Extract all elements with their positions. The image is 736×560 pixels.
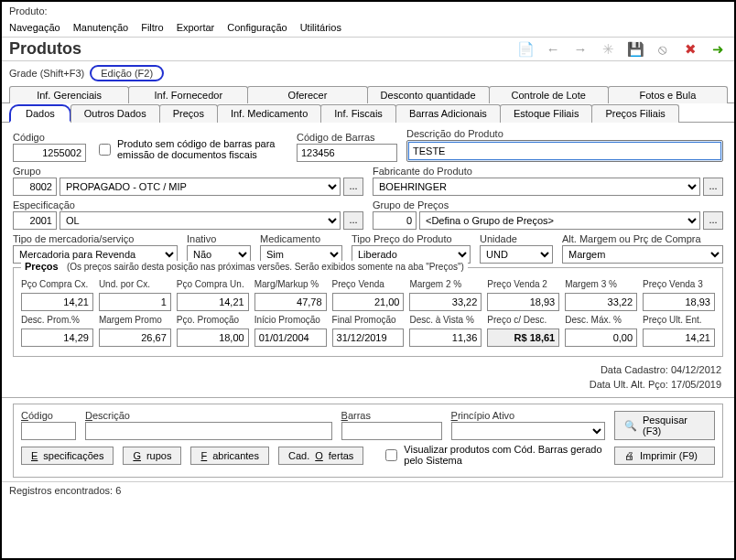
tab-inf-medicamento[interactable]: Inf. Medicamento	[217, 104, 321, 123]
fabricante-select[interactable]: BOEHRINGER	[373, 178, 700, 196]
price-input[interactable]	[409, 328, 482, 347]
pesquisar-button[interactable]: 🔍 Pesquisar (F3)	[614, 411, 715, 440]
grupo-precos-label: Grupo de Preços	[373, 199, 723, 210]
especificacao-code-input[interactable]	[13, 211, 57, 230]
delete-icon[interactable]: ✖	[681, 40, 699, 59]
cod-barras-input[interactable]	[297, 144, 397, 162]
save-icon[interactable]: 💾	[626, 40, 644, 59]
especificacao-lookup-button[interactable]: ...	[343, 211, 363, 230]
menu-navegacao[interactable]: Navegação	[9, 22, 60, 33]
price-input[interactable]	[487, 293, 559, 311]
price-input[interactable]	[643, 328, 715, 347]
grupo-label: Grupo	[13, 166, 363, 177]
cad-ofertas-button[interactable]: Cad. Ofertas	[278, 447, 363, 465]
price-label: Desc. à Vista %	[409, 315, 482, 325]
especificacoes-button[interactable]: Especificações	[21, 447, 114, 465]
alt-margem-select[interactable]: Margem	[562, 245, 723, 264]
tab-fotos-bula[interactable]: Fotos e Bula	[608, 86, 728, 103]
price-input[interactable]	[254, 328, 327, 347]
price-label: Preço c/ Desc.	[487, 315, 559, 325]
search-barras-input[interactable]	[341, 422, 442, 440]
fabricante-lookup-button[interactable]: ...	[703, 178, 723, 196]
page-title: Produtos	[9, 39, 81, 59]
price-input[interactable]	[99, 293, 171, 311]
fabricantes-button[interactable]: Fabricantes	[190, 447, 269, 465]
price-input[interactable]	[99, 328, 171, 347]
price-label: Pço Compra Cx.	[21, 279, 93, 289]
price-input[interactable]	[177, 293, 249, 311]
price-input[interactable]	[254, 293, 327, 311]
unidade-select[interactable]: UND	[480, 245, 553, 264]
price-input[interactable]	[487, 328, 559, 347]
search-principio-select[interactable]	[451, 422, 605, 440]
medicamento-label: Medicamento	[260, 233, 342, 244]
print-icon: 🖨	[624, 450, 634, 461]
search-codigo-input[interactable]	[21, 422, 76, 440]
tab-controle-lote[interactable]: Controle de Lote	[489, 86, 609, 103]
especificacao-label: Especificação	[13, 199, 363, 210]
menu-configuracao[interactable]: Configuração	[227, 22, 287, 33]
unidade-label: Unidade	[480, 233, 553, 244]
price-label: Preço Ult. Ent.	[643, 315, 715, 325]
tab-dados[interactable]: Dados	[9, 104, 71, 123]
price-label: Desc. Prom.%	[21, 315, 93, 325]
price-input[interactable]	[21, 328, 93, 347]
especificacao-select[interactable]: OL	[60, 211, 341, 230]
tab-desconto-quantidade[interactable]: Desconto quantidade	[367, 86, 490, 103]
tab-barras-adicionais[interactable]: Barras Adicionais	[395, 104, 501, 123]
tab-estoque-filiais[interactable]: Estoque Filiais	[500, 104, 593, 123]
status-bar: Registros encontrados: 6	[2, 481, 734, 499]
inativo-label: Inativo	[187, 233, 251, 244]
price-input[interactable]	[565, 328, 637, 347]
cod-barras-label: Código de Barras	[297, 132, 397, 143]
visualizar-checkbox[interactable]	[385, 449, 397, 461]
tab-inf-fiscais[interactable]: Inf. Fiscais	[320, 104, 396, 123]
grupo-code-input[interactable]	[13, 178, 57, 196]
descricao-input[interactable]	[408, 142, 721, 160]
visualizar-label: Visualizar produtos com Cód. Barras gera…	[404, 444, 605, 466]
menu-manutencao[interactable]: Manutenção	[73, 22, 129, 33]
sem-barras-label: Produto sem código de barras para emissã…	[117, 138, 287, 160]
tab-precos-filiais[interactable]: Preços Filiais	[591, 104, 678, 123]
price-label: Margem Promo	[99, 315, 171, 325]
grupo-select[interactable]: PROPAGADO - OTC / MIP	[60, 178, 341, 196]
block-icon[interactable]: ⦸	[654, 40, 672, 59]
search-descricao-input[interactable]	[85, 422, 332, 440]
search-codigo-label: Código	[21, 410, 76, 421]
grupo-precos-select[interactable]: <Defina o Grupo de Preços>	[419, 211, 700, 230]
price-label: Margem 2 %	[409, 279, 482, 289]
price-input[interactable]	[565, 293, 637, 311]
price-input[interactable]	[21, 293, 93, 311]
new-icon[interactable]: ✳	[599, 40, 617, 59]
price-label: Margem 3 %	[565, 279, 637, 289]
grupos-button[interactable]: Grupos	[123, 447, 181, 465]
tab-oferecer[interactable]: Oferecer	[247, 86, 367, 103]
grupo-precos-lookup-button[interactable]: ...	[703, 211, 723, 230]
price-input[interactable]	[177, 328, 249, 347]
copy-icon[interactable]: 📄	[516, 40, 535, 59]
tab-inf-fornecedor[interactable]: Inf. Fornecedor	[128, 86, 248, 103]
price-label: Preço Venda 3	[643, 279, 715, 289]
tab-precos[interactable]: Preços	[159, 104, 218, 123]
exit-icon[interactable]: ➜	[709, 40, 727, 59]
sem-barras-checkbox[interactable]	[99, 144, 111, 156]
menu-exportar[interactable]: Exportar	[177, 22, 215, 33]
tab-outros-dados[interactable]: Outros Dados	[70, 104, 160, 123]
codigo-input[interactable]	[13, 144, 86, 162]
prev-icon[interactable]: ←	[544, 40, 562, 59]
imprimir-button[interactable]: 🖨 Imprimir (F9)	[614, 447, 715, 465]
grupo-lookup-button[interactable]: ...	[343, 178, 363, 196]
price-input[interactable]	[332, 328, 405, 347]
menu-filtro[interactable]: Filtro	[141, 22, 163, 33]
tab-row-2: Dados Outros Dados Preços Inf. Medicamen…	[2, 103, 734, 123]
mode-grade[interactable]: Grade (Shift+F3)	[9, 68, 84, 79]
mode-edicao[interactable]: Edição (F2)	[90, 65, 164, 81]
grupo-precos-code-input[interactable]	[373, 211, 417, 230]
menu-utilitarios[interactable]: Utilitários	[300, 22, 341, 33]
toolbar: 📄 ← → ✳ 💾 ⦸ ✖ ➜	[516, 40, 727, 59]
price-input[interactable]	[332, 293, 405, 311]
price-input[interactable]	[409, 293, 482, 311]
price-input[interactable]	[643, 293, 715, 311]
next-icon[interactable]: →	[571, 40, 590, 59]
tab-inf-gerenciais[interactable]: Inf. Gerenciais	[9, 86, 129, 103]
